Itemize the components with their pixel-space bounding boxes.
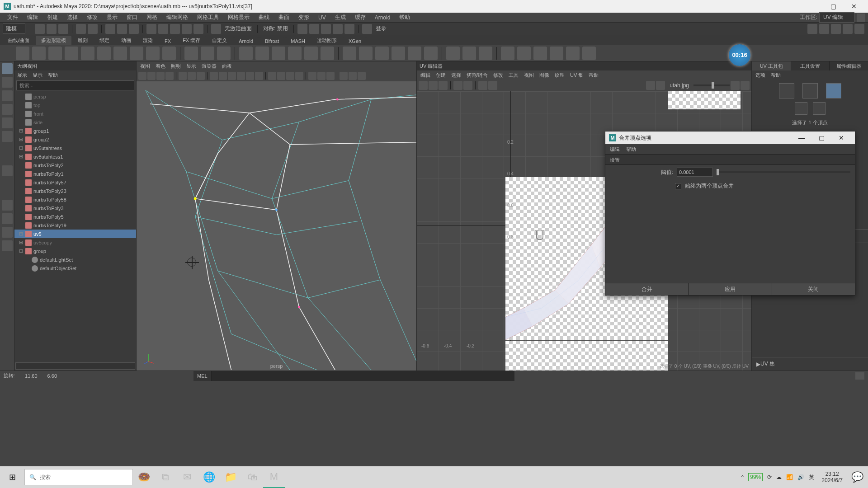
shelf-uvcylindrical-icon[interactable] [517, 47, 531, 60]
snap-plane-icon[interactable] [182, 24, 192, 34]
threshold-field[interactable]: 0.0001 [677, 168, 713, 177]
menu-create[interactable]: 创建 [42, 14, 62, 21]
layout-icon-3[interactable] [831, 24, 841, 34]
menu-help[interactable]: 帮助 [395, 14, 415, 21]
outliner-node-uv5utahtress[interactable]: ⊞uv5utahtress [14, 144, 136, 152]
menu-curves[interactable]: 曲线 [254, 14, 274, 21]
menu-meshdisplay[interactable]: 网格显示 [223, 14, 254, 21]
shelf-smooth-icon[interactable] [255, 47, 269, 60]
dialog-close-button2[interactable]: 关闭 [772, 283, 855, 295]
outliner-search[interactable]: 搜索... [16, 80, 134, 90]
outliner-node-nurbsToPoly57[interactable]: nurbsToPoly57 [14, 178, 136, 187]
shelf-tab-sculpt[interactable]: 雕刻 [72, 36, 93, 45]
menu-surfaces[interactable]: 曲面 [274, 14, 294, 21]
shelf-plane-icon[interactable] [97, 47, 111, 60]
menu-file[interactable]: 文件 [3, 14, 23, 21]
uv-tool-icon[interactable] [453, 81, 462, 90]
tray-ime-indicator[interactable]: 英 [809, 474, 814, 481]
uv-tool-icon[interactable] [741, 81, 750, 90]
render-settings-icon[interactable] [333, 24, 343, 34]
vp-icon[interactable] [277, 72, 285, 80]
uvtk-menu-help[interactable]: 帮助 [771, 72, 781, 79]
menu-display[interactable]: 显示 [102, 14, 122, 21]
new-scene-icon[interactable] [35, 24, 45, 34]
menu-select[interactable]: 选择 [62, 14, 82, 21]
move-tool[interactable] [2, 104, 13, 115]
menu-uv[interactable]: UV [314, 14, 330, 21]
uv-menu-image[interactable]: 图像 [539, 72, 549, 79]
layout-icon-5[interactable] [854, 24, 864, 34]
shelf-append-icon[interactable] [408, 47, 421, 60]
dialog-menu-edit[interactable]: 编辑 [610, 146, 620, 153]
snap-point-icon[interactable] [170, 24, 180, 34]
dialog-merge-button[interactable]: 合并 [605, 283, 688, 295]
shelf-polycount-icon[interactable] [184, 47, 198, 60]
shelf-bridge-icon[interactable] [375, 47, 389, 60]
last-tool[interactable] [2, 165, 13, 176]
vp-icon[interactable] [210, 72, 218, 80]
shelf-tab-rendering[interactable]: 渲染 [137, 36, 158, 45]
vp-icon[interactable] [308, 72, 316, 80]
shelf-tab-rigging[interactable]: 绑定 [94, 36, 115, 45]
menu-mesh[interactable]: 网格 [142, 14, 162, 21]
shelf-triangulate-icon[interactable] [304, 47, 318, 60]
tray-chevron-icon[interactable]: ^ [741, 474, 744, 480]
shelf-multicut-icon[interactable] [446, 47, 460, 60]
workspace-selector[interactable]: UV 编辑 [819, 12, 854, 23]
outliner-node-front[interactable]: front [14, 109, 136, 118]
start-button[interactable]: ⊞ [0, 466, 24, 488]
uv-tool-icon[interactable] [439, 81, 448, 90]
taskbar-donut-icon[interactable]: 🍩 [133, 466, 155, 488]
select-tool-icon[interactable] [105, 24, 115, 34]
outliner-node-nurbsToPoly3[interactable]: nurbsToPoly3 [14, 204, 136, 212]
outliner-node-top[interactable]: top [14, 101, 136, 109]
shelf-bevel-icon[interactable] [359, 47, 373, 60]
vp-menu-view[interactable]: 视图 [140, 63, 150, 70]
vp-icon[interactable] [255, 72, 263, 80]
outliner-node-side[interactable]: side [14, 118, 136, 127]
shelf-torus-icon[interactable] [81, 47, 94, 60]
shelf-tab-custom[interactable]: 自定义 [207, 36, 232, 45]
outliner-node-group[interactable]: ⊞group [14, 247, 136, 255]
undo-icon[interactable] [76, 24, 86, 34]
layout-icon-1[interactable] [807, 24, 817, 34]
vp-icon[interactable] [246, 72, 254, 80]
vp-icon[interactable] [286, 72, 294, 80]
vp-icon[interactable] [147, 72, 156, 80]
uvtk-uvset-row[interactable]: ▶UV 集 [752, 357, 868, 371]
vp-icon[interactable] [317, 72, 326, 80]
snap-curve-icon[interactable] [158, 24, 168, 34]
system-tray[interactable]: ^ 99% ⟳ ☁ 📶 🔊 英 [738, 473, 818, 481]
taskbar-edge-icon[interactable]: 🌐 [198, 466, 220, 488]
account-icon[interactable] [362, 24, 372, 34]
command-line[interactable]: MEL [193, 371, 514, 381]
outliner-scrollbar[interactable] [15, 362, 135, 370]
login-label[interactable]: 登录 [376, 25, 387, 33]
shelf-tab-curves[interactable]: 曲线/曲面 [3, 36, 35, 45]
workspace-reset-icon[interactable] [857, 14, 865, 22]
uv-menu-edit[interactable]: 编辑 [420, 72, 430, 79]
menu-deform[interactable]: 变形 [294, 14, 314, 21]
redo-icon[interactable] [88, 24, 98, 34]
uv-tool-icon[interactable] [463, 81, 472, 90]
shelf-retopo-icon[interactable] [288, 47, 302, 60]
menu-edit[interactable]: 编辑 [23, 14, 42, 21]
vp-icon[interactable] [179, 72, 187, 80]
rotate-tool[interactable] [2, 117, 13, 128]
shelf-uvplanar-icon[interactable] [501, 47, 514, 60]
vp-icon[interactable] [138, 72, 146, 80]
lasso-tool-icon[interactable] [117, 24, 127, 34]
paint-select-icon[interactable] [129, 24, 139, 34]
tray-cloud-icon[interactable]: ☁ [776, 474, 782, 480]
shelf-tab-polymodel[interactable]: 多边形建模 [36, 36, 71, 45]
dialog-maximize-button[interactable]: ▢ [811, 134, 831, 141]
uvtk-menu-options[interactable]: 选项 [755, 72, 765, 79]
outliner-node-nurbsToPoly23[interactable]: nurbsToPoly23 [14, 187, 136, 195]
vp-menu-shading[interactable]: 着色 [156, 63, 165, 70]
uv-menu-create[interactable]: 创建 [436, 72, 446, 79]
always-merge-checkbox[interactable]: ✓ [675, 183, 681, 189]
layout-four[interactable] [2, 213, 13, 224]
uv-tool-icon[interactable] [731, 81, 740, 90]
viewport-canvas[interactable]: persp [137, 81, 416, 371]
uv-dim-slider[interactable] [712, 82, 714, 89]
